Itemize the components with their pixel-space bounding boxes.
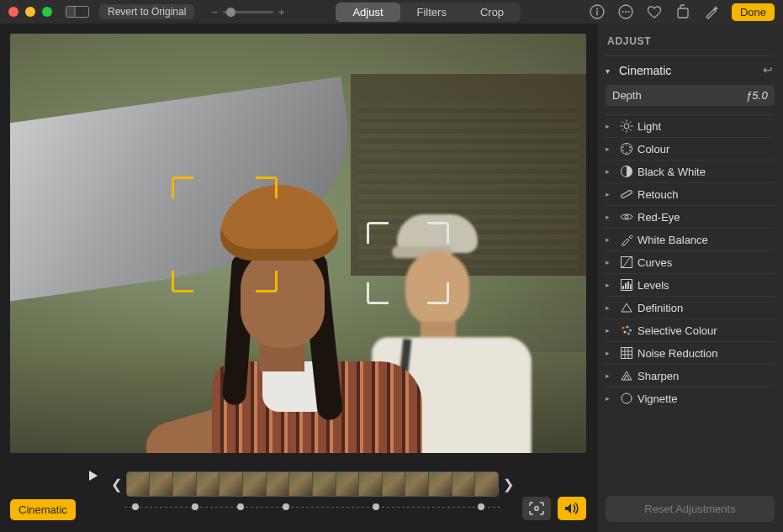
- video-viewer[interactable]: [10, 34, 586, 453]
- adjust-item-red-eye[interactable]: ▸Red-Eye: [606, 205, 775, 228]
- svg-point-38: [626, 325, 628, 328]
- svg-line-20: [630, 122, 632, 124]
- sun-icon: [619, 119, 634, 133]
- chevron-right-icon: ▸: [606, 394, 616, 403]
- adjust-item-curves[interactable]: ▸Curves: [606, 250, 775, 273]
- tab-adjust[interactable]: Adjust: [336, 3, 399, 22]
- canvas-area: Cinematic ❮ ❯: [0, 24, 596, 532]
- adjust-item-label: White Balance: [638, 234, 708, 246]
- svg-point-12: [624, 124, 629, 129]
- adjust-item-selective-colour[interactable]: ▸Selective Colour: [606, 319, 775, 341]
- chevron-right-icon: ▸: [606, 190, 616, 198]
- adjust-item-light[interactable]: ▸Light: [606, 114, 775, 137]
- zoom-in-icon[interactable]: +: [278, 6, 285, 18]
- chevron-right-icon: ▸: [606, 213, 616, 221]
- sidebar-layout-toggle[interactable]: [66, 6, 89, 18]
- chevron-right-icon: ▸: [606, 326, 616, 334]
- cinematic-mode-button[interactable]: Cinematic: [10, 499, 76, 520]
- toolbar-right: Done: [589, 3, 775, 21]
- adjust-item-colour[interactable]: ▸Colour: [606, 137, 775, 160]
- adjust-item-levels[interactable]: ▸Levels: [606, 273, 775, 296]
- focus-bracket-secondary[interactable]: [367, 222, 449, 304]
- frames-row: ❮ ❯: [111, 471, 514, 497]
- svg-point-26: [622, 150, 624, 151]
- adjust-sidebar: ADJUST ▾ Cinematic ↩︎ Depth ƒ5.0 ▸Light▸…: [596, 24, 783, 532]
- revert-button[interactable]: Revert to Original: [99, 4, 194, 19]
- svg-point-39: [629, 329, 632, 331]
- chevron-right-icon: ▸: [606, 258, 616, 266]
- tab-filters[interactable]: Filters: [400, 3, 463, 22]
- circle-icon: [619, 392, 634, 405]
- favorite-icon[interactable]: [646, 3, 663, 20]
- trim-start-handle[interactable]: ❮: [111, 477, 123, 492]
- chevron-right-icon: ▸: [606, 145, 616, 153]
- chevron-right-icon: ▸: [606, 303, 616, 312]
- adjust-item-sharpen[interactable]: ▸Sharpen: [606, 364, 775, 387]
- svg-point-25: [626, 152, 627, 154]
- trim-end-handle[interactable]: ❯: [502, 477, 514, 492]
- svg-line-17: [622, 122, 624, 124]
- svg-rect-42: [622, 348, 632, 359]
- svg-point-4: [596, 8, 598, 9]
- sharp-icon: [619, 369, 634, 382]
- play-button[interactable]: [84, 466, 103, 485]
- svg-rect-35: [627, 282, 629, 289]
- auto-enhance-icon[interactable]: [703, 3, 720, 20]
- depth-row[interactable]: Depth ƒ5.0: [606, 85, 775, 106]
- svg-point-11: [535, 507, 538, 510]
- adjust-item-label: Levels: [638, 279, 669, 292]
- adjust-item-label: Sharpen: [638, 370, 679, 382]
- reset-cinematic-icon[interactable]: ↩︎: [758, 63, 773, 78]
- svg-rect-34: [625, 283, 627, 289]
- done-button[interactable]: Done: [732, 3, 775, 21]
- close-window-button[interactable]: [8, 7, 19, 17]
- svg-rect-36: [630, 284, 632, 289]
- focus-bracket-primary[interactable]: [172, 176, 278, 292]
- swatch-icon: [619, 142, 634, 155]
- adjust-item-label: Definition: [638, 302, 683, 314]
- more-icon[interactable]: [617, 3, 634, 20]
- info-icon[interactable]: [589, 3, 606, 20]
- fullscreen-window-button[interactable]: [42, 7, 52, 17]
- svg-point-8: [625, 11, 627, 13]
- rotate-icon[interactable]: [675, 3, 691, 20]
- frame-viewer[interactable]: [126, 471, 499, 497]
- svg-point-47: [622, 393, 632, 403]
- adjust-item-noise-reduction[interactable]: ▸Noise Reduction: [606, 341, 775, 364]
- manual-focus-button[interactable]: [522, 497, 551, 520]
- adjust-item-label: Light: [638, 120, 661, 133]
- svg-rect-29: [621, 190, 632, 198]
- focus-track[interactable]: [124, 502, 500, 514]
- svg-point-23: [629, 146, 631, 148]
- svg-point-27: [622, 146, 624, 148]
- zoom-slider[interactable]: [223, 11, 273, 13]
- cinematic-section-header[interactable]: ▾ Cinematic ↩︎: [606, 56, 775, 82]
- depth-label: Depth: [612, 89, 746, 102]
- adjust-item-black-white[interactable]: ▸Black & White: [606, 160, 775, 182]
- svg-point-40: [623, 330, 626, 333]
- svg-rect-2: [66, 7, 75, 17]
- minimize-window-button[interactable]: [25, 7, 35, 17]
- zoom-control[interactable]: − +: [211, 6, 284, 18]
- zoom-out-icon[interactable]: −: [211, 6, 218, 18]
- adjust-item-retouch[interactable]: ▸Retouch: [606, 182, 775, 205]
- adjust-item-label: Noise Reduction: [638, 347, 717, 360]
- eye-icon: [619, 210, 634, 224]
- adjust-item-label: Red-Eye: [638, 211, 680, 224]
- svg-rect-10: [678, 8, 688, 18]
- titlebar: Revert to Original − + Adjust Filters Cr…: [0, 0, 783, 24]
- adjust-item-white-balance[interactable]: ▸White Balance: [606, 228, 775, 250]
- adjustment-list: ▸Light▸Colour▸Black & White▸Retouch▸Red-…: [606, 114, 775, 409]
- adjust-item-definition[interactable]: ▸Definition: [606, 296, 775, 319]
- chevron-right-icon: ▸: [606, 281, 616, 289]
- adjust-item-vignette[interactable]: ▸Vignette: [606, 387, 775, 409]
- reset-adjustments-button[interactable]: Reset Adjustments: [606, 496, 775, 522]
- window-controls: [8, 7, 52, 17]
- chevron-right-icon: ▸: [606, 371, 616, 380]
- levels-icon: [619, 278, 634, 292]
- svg-point-24: [629, 150, 631, 151]
- timeline-area: Cinematic ❮ ❯: [0, 456, 596, 532]
- tab-crop[interactable]: Crop: [463, 3, 521, 22]
- audio-button[interactable]: [558, 497, 586, 520]
- bandage-icon: [619, 187, 634, 201]
